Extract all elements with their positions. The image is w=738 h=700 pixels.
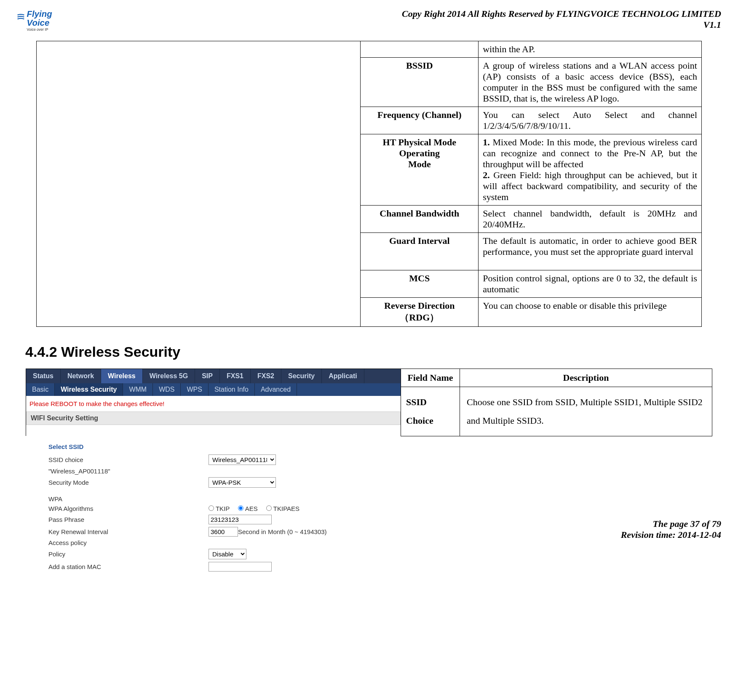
tab-wireless-5g[interactable]: Wireless 5G [143,369,195,383]
label-access-policy: Access policy [48,539,209,546]
screenshot-cell: Status Network Wireless Wireless 5G SIP … [26,369,401,436]
row-policy: Policy Disable [48,549,412,559]
table-row: Status Network Wireless Wireless 5G SIP … [26,369,712,387]
tab-fxs1[interactable]: FXS1 [220,369,251,383]
desc-cell: You can select Auto Select and channel 1… [479,107,702,134]
field-cell: BSSID [361,57,479,107]
field-cell: Channel Bandwidth [361,205,479,232]
field-cell: SSID Choice [401,387,460,436]
desc-cell: Choose one SSID from SSID, Multiple SSID… [460,387,712,436]
tab-status[interactable]: Status [26,369,61,383]
main-tabs: Status Network Wireless Wireless 5G SIP … [26,369,401,383]
logo-tagline: Voice over IP [27,27,48,32]
field-cell: Guard Interval [361,232,479,270]
desc-cell: The default is automatic, in order to ac… [479,232,702,270]
subtab-wps[interactable]: WPS [181,383,208,396]
logo-text-bottom: Voice [27,18,50,27]
radio-label-tkip: TKIP [216,505,230,512]
select-ssid-choice[interactable]: Wireless_AP001118 [209,454,276,465]
sub-tabs: Basic Wireless Security WMM WDS WPS Stat… [26,383,401,396]
logo-waves-icon [18,14,24,19]
subtab-wds[interactable]: WDS [153,383,181,396]
page-number: The page 37 of 79 [621,518,721,529]
row-access-policy-heading: Access policy [48,539,412,546]
reboot-message: Please REBOOT to make the changes effect… [26,396,401,411]
row-pass-phrase: Pass Phrase [48,515,412,524]
label-security-mode: Security Mode [48,479,209,486]
field-cell: HT Physical Mode Operating Mode [361,134,479,205]
subtab-advanced[interactable]: Advanced [255,383,297,396]
tab-application[interactable]: Applicati [322,369,364,383]
row-security-mode: Security Mode WPA-PSK [48,477,412,488]
logo-text-top: Flying [27,9,53,19]
page-header: Flying Voice Voice over IP Copy Right 20… [17,8,721,37]
field-cell [361,41,479,57]
header-right: Copy Right 2014 All Rights Reserved by F… [402,8,721,30]
desc-text: Mixed Mode: In this mode, the previous w… [483,137,697,169]
subtab-wireless-security[interactable]: Wireless Security [55,383,123,396]
suffix-key-renewal: Second in Month (0 ~ 4194303) [238,528,327,535]
desc-cell: You can choose to enable or disable this… [479,297,702,326]
input-add-mac[interactable] [209,562,272,572]
column-header-description: Description [460,369,712,387]
radio-tkipaes[interactable]: TKIPAES [266,505,299,512]
field-cell: MCS [361,270,479,297]
label-pass-phrase: Pass Phrase [48,516,209,523]
label-key-renewal: Key Renewal Interval [48,528,209,535]
radio-input-tkipaes[interactable] [266,505,272,511]
field-line: Operating [365,148,474,159]
desc-cell: within the AP. [479,41,702,57]
select-policy[interactable]: Disable [209,549,246,559]
radio-tkip[interactable]: TKIP [209,505,230,512]
label-ssid-choice: SSID choice [48,456,209,463]
tab-wireless[interactable]: Wireless [101,369,143,383]
desc-bold: 2. [483,170,490,180]
version-text: V1.1 [402,19,721,30]
desc-cell: 1. Mixed Mode: In this mode, the previou… [479,134,702,205]
tab-fxs2[interactable]: FXS2 [251,369,281,383]
tab-sip[interactable]: SIP [195,369,220,383]
label-wpa: WPA [48,495,209,502]
label-add-mac: Add a station MAC [48,563,209,570]
row-wpa-algorithms: WPA Algorithms TKIP AES TKIPAES [48,505,412,512]
field-cell: Frequency (Channel) [361,107,479,134]
desc-bold: 1. [483,137,490,147]
subtab-station-info[interactable]: Station Info [209,383,255,396]
radio-input-tkip[interactable] [209,505,214,511]
tab-security[interactable]: Security [281,369,322,383]
field-line: HT Physical Mode [365,137,474,148]
logo: Flying Voice Voice over IP [17,8,63,37]
desc-cell: A group of wireless stations and a WLAN … [479,57,702,107]
screenshot-placeholder-cell [37,41,361,326]
revision-time: Revision time: 2014-12-04 [621,529,721,540]
subtab-wmm[interactable]: WMM [123,383,153,396]
page-footer: The page 37 of 79 Revision time: 2014-12… [621,518,721,540]
radio-input-aes[interactable] [238,505,243,511]
section-heading-wireless-security: 4.4.2 Wireless Security [25,344,721,360]
row-key-renewal: Key Renewal Interval Second in Month (0 … [48,527,412,537]
section-select-ssid: Select SSID [48,443,412,450]
select-security-mode[interactable]: WPA-PSK [209,477,276,488]
subtab-basic[interactable]: Basic [26,383,55,396]
flyingvoice-logo: Flying Voice Voice over IP [17,8,63,35]
row-wpa-heading: WPA [48,495,412,502]
radio-group-algorithms: TKIP AES TKIPAES [209,505,306,512]
desc-cell: Position control signal, options are 0 t… [479,270,702,297]
input-pass-phrase[interactable] [209,515,272,524]
radio-label-aes: AES [245,505,258,512]
tab-network[interactable]: Network [61,369,101,383]
label-policy: Policy [48,550,209,558]
input-key-renewal[interactable] [209,527,238,537]
field-line: Mode [365,159,474,170]
table-row: within the AP. [37,41,702,57]
field-cell: Reverse Direction（RDG） [361,297,479,326]
radio-aes[interactable]: AES [238,505,257,512]
row-ssid-display: "Wireless_AP001118" [48,468,412,475]
desc-text: Green Field: high throughput can be achi… [483,170,697,202]
embedded-ui-overflow: Select SSID SSID choice Wireless_AP00111… [43,436,417,578]
column-header-field-name: Field Name [401,369,460,387]
field-description-table-2: Status Network Wireless Wireless 5G SIP … [26,369,712,436]
label-ssid-display: "Wireless_AP001118" [48,468,209,475]
row-ssid-choice: SSID choice Wireless_AP001118 [48,454,412,465]
panel-header-wifi-security: WIFI Security Setting [26,411,401,425]
